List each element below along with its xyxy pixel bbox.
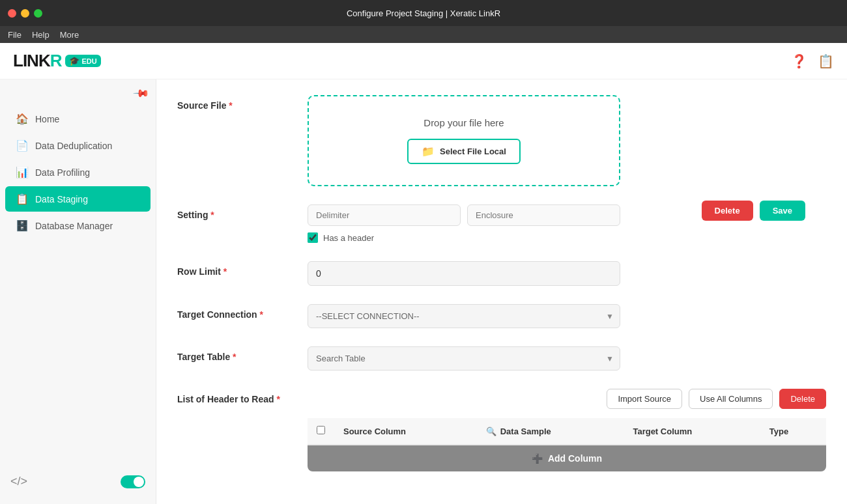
minimize-button[interactable]: [21, 9, 29, 18]
th-source-column: Source Column: [334, 418, 477, 445]
toggle-knob: [134, 477, 144, 487]
logo-badge-text: EDU: [81, 57, 96, 65]
sidebar-nav: 🏠 Home 📄 Data Deduplication 📊 Data Profi…: [0, 105, 156, 467]
save-button[interactable]: Save: [760, 201, 805, 221]
target-table-wrapper: Search Table ▼: [308, 346, 620, 371]
list-header-section: List of Header to Read * Import Source U…: [177, 389, 826, 471]
sidebar-item-data-dedup[interactable]: 📄 Data Deduplication: [5, 133, 151, 158]
title-bar: Configure Project Staging | Xeratic Link…: [0, 0, 847, 26]
setting-label: Setting *: [177, 204, 294, 220]
maximize-button[interactable]: [34, 9, 42, 18]
sidebar-item-dedup-label: Data Deduplication: [35, 141, 112, 151]
menu-help[interactable]: Help: [32, 30, 50, 40]
menu-more[interactable]: More: [60, 30, 79, 40]
plus-icon: ➕: [532, 453, 543, 464]
target-connection-field: --SELECT CONNECTION-- ▼: [308, 304, 826, 328]
pin-icon[interactable]: 📌: [132, 85, 151, 103]
has-header-label[interactable]: Has a header: [323, 233, 374, 243]
source-file-required: *: [229, 100, 232, 111]
sidebar-item-profiling-label: Data Profiling: [35, 167, 90, 178]
logo: LINKR 🎓 EDU: [13, 51, 101, 71]
close-button[interactable]: [8, 9, 16, 18]
traffic-lights: [8, 9, 42, 18]
sidebar-item-home-label: Home: [35, 114, 59, 124]
target-table-field: Search Table ▼: [308, 346, 826, 371]
list-header-label: List of Header to Read *: [177, 389, 294, 404]
top-nav-actions: ❓ 📋: [791, 53, 834, 69]
row-limit-required: *: [223, 266, 227, 277]
select-all-checkbox[interactable]: [317, 426, 325, 434]
content-wrapper: Delete Save Source File * Drop your file…: [177, 95, 826, 471]
staging-icon: 📋: [16, 193, 29, 205]
logo-badge: 🎓 EDU: [65, 55, 100, 67]
enclosure-input[interactable]: [467, 204, 620, 226]
content-area: Delete Save Source File * Drop your file…: [156, 79, 847, 504]
top-nav: LINKR 🎓 EDU ❓ 📋: [0, 43, 847, 79]
delete-inline-button[interactable]: Delete: [779, 389, 826, 409]
delimiter-enclosure-group: [308, 204, 620, 226]
sidebar-item-staging-label: Data Staging: [35, 194, 88, 204]
source-file-label: Source File *: [177, 95, 294, 111]
drop-zone[interactable]: Drop your file here 📁 Select File Local: [308, 95, 620, 186]
row-limit-row: Row Limit *: [177, 261, 826, 286]
has-header-row: Has a header: [308, 232, 620, 243]
data-sample-search-icon: 🔍: [486, 427, 496, 436]
delimiter-input[interactable]: [308, 204, 461, 226]
row-limit-field: [308, 261, 826, 286]
delete-button[interactable]: Delete: [702, 201, 753, 221]
setting-required: *: [210, 210, 214, 220]
row-limit-label: Row Limit *: [177, 261, 294, 277]
target-connection-row: Target Connection * --SELECT CONNECTION-…: [177, 304, 826, 328]
code-icon: </>: [10, 475, 27, 488]
target-connection-required: *: [260, 309, 263, 320]
list-header-row: List of Header to Read * Import Source U…: [177, 389, 826, 471]
th-target-column: Target Column: [624, 418, 760, 445]
dedup-icon: 📄: [16, 139, 29, 152]
th-checkbox: [308, 418, 334, 445]
drop-text: Drop your file here: [322, 117, 606, 128]
logo-text: LINKR: [13, 51, 61, 71]
sidebar-bottom: </>: [0, 467, 156, 496]
help-icon-button[interactable]: ❓: [791, 53, 807, 69]
folder-icon: 📁: [422, 145, 435, 158]
list-header-field: Import Source Use All Columns Delete: [308, 389, 826, 471]
sidebar-item-data-staging[interactable]: 📋 Data Staging: [5, 186, 151, 212]
menu-file[interactable]: File: [8, 30, 22, 40]
table-head: Source Column 🔍 Data Sample: [308, 418, 826, 445]
database-icon: 🗄️: [16, 219, 29, 232]
main-layout: 📌 🏠 Home 📄 Data Deduplication 📊 Data Pro…: [0, 79, 847, 504]
form-actions: Delete Save: [702, 201, 805, 221]
list-header-required: *: [276, 394, 280, 404]
clipboard-icon-button[interactable]: 📋: [818, 53, 834, 69]
add-column-bar[interactable]: ➕ Add Column: [308, 445, 826, 471]
sidebar-item-home[interactable]: 🏠 Home: [5, 106, 151, 132]
sidebar-item-data-profiling[interactable]: 📊 Data Profiling: [5, 160, 151, 185]
target-table-select[interactable]: Search Table: [308, 346, 620, 371]
select-file-button[interactable]: 📁 Select File Local: [407, 139, 521, 164]
target-connection-select[interactable]: --SELECT CONNECTION--: [308, 304, 620, 328]
sidebar-item-database-manager[interactable]: 🗄️ Database Manager: [5, 213, 151, 238]
table-actions-row: Import Source Use All Columns Delete: [308, 389, 826, 409]
sidebar-item-db-label: Database Manager: [35, 221, 113, 231]
columns-table: Source Column 🔍 Data Sample: [308, 418, 826, 445]
th-data-sample: 🔍 Data Sample: [477, 418, 624, 445]
add-column-label: Add Column: [548, 453, 602, 464]
theme-toggle[interactable]: [121, 475, 145, 488]
source-file-field: Drop your file here 📁 Select File Local: [308, 95, 826, 186]
has-header-checkbox[interactable]: [308, 232, 318, 243]
row-limit-input[interactable]: [308, 261, 620, 286]
sidebar: 📌 🏠 Home 📄 Data Deduplication 📊 Data Pro…: [0, 79, 156, 504]
edu-icon: 🎓: [69, 56, 79, 66]
source-file-row: Source File * Drop your file here 📁 Sele…: [177, 95, 826, 186]
target-table-row: Target Table * Search Table ▼: [177, 346, 826, 371]
target-table-label: Target Table *: [177, 346, 294, 362]
import-source-button[interactable]: Import Source: [607, 389, 682, 409]
table-header-row: Source Column 🔍 Data Sample: [308, 418, 826, 445]
window-title: Configure Project Staging | Xeratic Link…: [347, 8, 500, 18]
menu-bar: File Help More: [0, 26, 847, 43]
use-all-columns-button[interactable]: Use All Columns: [689, 389, 773, 409]
settings-inputs-group: Has a header: [308, 204, 620, 243]
sidebar-pin-area: 📌: [0, 87, 156, 105]
target-table-required: *: [233, 352, 236, 362]
profiling-icon: 📊: [16, 166, 29, 178]
